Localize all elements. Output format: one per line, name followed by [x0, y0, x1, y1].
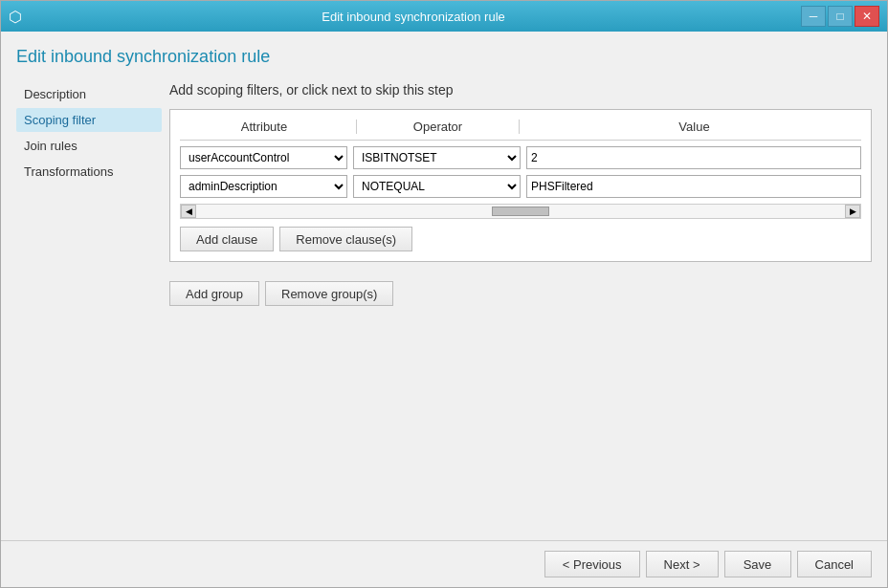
attribute-select-1[interactable]: userAccountControl: [180, 146, 347, 169]
footer: < Previous Next > Save Cancel: [1, 540, 887, 587]
operator-select-2[interactable]: NOTEQUAL: [353, 175, 521, 198]
sidebar-item-description[interactable]: Description: [16, 82, 162, 106]
clause-buttons: Add clause Remove clause(s): [180, 227, 861, 251]
sidebar-item-scoping-filter[interactable]: Scoping filter: [16, 108, 162, 132]
add-clause-button[interactable]: Add clause: [180, 227, 274, 251]
attribute-select-2[interactable]: adminDescription: [180, 175, 347, 198]
remove-clause-button[interactable]: Remove clause(s): [279, 227, 412, 251]
main-layout: Description Scoping filter Join rules Tr…: [16, 82, 872, 525]
previous-button[interactable]: < Previous: [544, 551, 640, 577]
scroll-thumb[interactable]: [492, 207, 549, 216]
attribute-column-header: Attribute: [180, 120, 357, 134]
filter-row-2: adminDescription NOTEQUAL: [180, 175, 861, 198]
window-title: Edit inbound synchronization rule: [26, 10, 801, 24]
value-input-1[interactable]: [526, 146, 861, 169]
sidebar-item-transformations[interactable]: Transformations: [16, 160, 162, 184]
app-icon: ⬡: [9, 8, 26, 25]
maximize-button[interactable]: □: [828, 6, 853, 27]
step-instruction: Add scoping filters, or click next to sk…: [169, 82, 872, 98]
filter-group: Attribute Operator Value userAccountCont…: [169, 109, 872, 262]
scroll-left-arrow[interactable]: ◀: [181, 205, 196, 218]
minimize-button[interactable]: ─: [801, 6, 826, 27]
main-content: Add scoping filters, or click next to sk…: [169, 82, 872, 525]
window-controls: ─ □ ✕: [801, 6, 879, 27]
sidebar-item-join-rules[interactable]: Join rules: [16, 134, 162, 158]
content-area: Edit inbound synchronization rule Descri…: [1, 32, 887, 540]
remove-group-button[interactable]: Remove group(s): [265, 281, 393, 306]
group-buttons: Add group Remove group(s): [169, 281, 872, 306]
add-group-button[interactable]: Add group: [169, 281, 259, 306]
value-input-2[interactable]: [526, 175, 861, 198]
close-button[interactable]: ✕: [855, 6, 879, 27]
operator-column-header: Operator: [357, 120, 520, 134]
sidebar: Description Scoping filter Join rules Tr…: [16, 82, 169, 525]
value-column-header: Value: [520, 120, 861, 134]
next-button[interactable]: Next >: [646, 551, 719, 577]
operator-select-1[interactable]: ISBITNOTSET: [353, 146, 521, 169]
cancel-button[interactable]: Cancel: [797, 551, 872, 577]
save-button[interactable]: Save: [724, 551, 791, 577]
horizontal-scrollbar[interactable]: ◀ ▶: [180, 204, 861, 219]
filter-row-1: userAccountControl ISBITNOTSET: [180, 146, 861, 169]
scroll-right-arrow[interactable]: ▶: [845, 205, 860, 218]
filter-table-header: Attribute Operator Value: [180, 120, 861, 141]
scroll-track: [196, 205, 845, 218]
title-bar: ⬡ Edit inbound synchronization rule ─ □ …: [1, 1, 887, 32]
window: ⬡ Edit inbound synchronization rule ─ □ …: [0, 0, 888, 588]
page-title: Edit inbound synchronization rule: [16, 47, 872, 67]
